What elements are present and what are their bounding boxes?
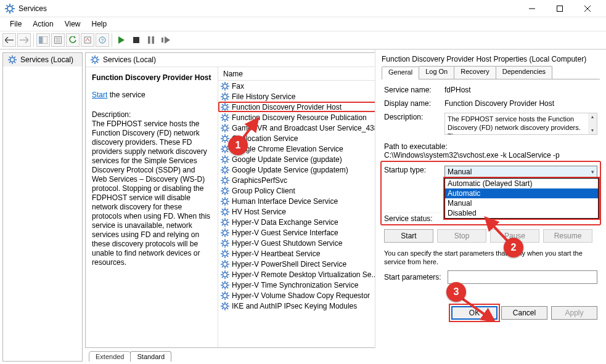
startup-type-value: Manual	[448, 168, 472, 176]
tab-recovery[interactable]: Recovery	[454, 66, 496, 79]
start-button[interactable]: Start	[384, 229, 433, 243]
gear-icon	[221, 260, 229, 269]
svg-line-26	[244, 119, 258, 137]
gear-icon	[221, 155, 229, 164]
service-name: Function Discovery Provider Host	[232, 103, 342, 111]
menu-help[interactable]: Help	[87, 18, 112, 30]
svg-rect-24	[152, 36, 155, 44]
svg-rect-10	[557, 6, 562, 11]
opt-auto-delayed[interactable]: Automatic (Delayed Start)	[445, 179, 598, 188]
tab-general[interactable]: General	[382, 67, 419, 79]
tab-logon[interactable]: Log On	[419, 66, 454, 79]
tab-extended[interactable]: Extended	[89, 351, 131, 362]
toolbar-refresh-button[interactable]	[66, 33, 80, 47]
svg-rect-23	[148, 36, 150, 44]
description-scrollbar[interactable]: ▴▾	[588, 113, 597, 134]
svg-rect-14	[43, 36, 47, 44]
svg-text:?: ?	[101, 38, 104, 43]
toolbar-properties-button[interactable]	[51, 33, 65, 47]
dialog-title: Function Discovery Provider Host Propert…	[382, 54, 600, 66]
gear-icon	[221, 281, 229, 289]
gear-icon	[221, 197, 229, 206]
service-name: HV Host Service	[232, 208, 286, 216]
start-service-link[interactable]: Start	[92, 91, 107, 99]
chevron-down-icon: ▾	[591, 169, 594, 175]
gear-icon	[221, 291, 229, 300]
description-label: Description:	[92, 110, 211, 119]
toolbar-back-button[interactable]	[2, 33, 16, 47]
svg-rect-22	[133, 37, 139, 43]
gear-icon	[221, 103, 229, 111]
window-title: Services	[18, 4, 47, 13]
toolbar-stop-service-button[interactable]	[129, 33, 143, 47]
app-icon	[5, 4, 15, 14]
gear-icon	[221, 239, 229, 248]
selected-service-title: Function Discovery Provider Host	[92, 73, 211, 82]
annotation-2: 2	[504, 238, 523, 257]
opt-manual[interactable]: Manual	[445, 198, 598, 208]
gear-icon	[221, 176, 229, 185]
opt-disabled[interactable]: Disabled	[445, 208, 598, 218]
menu-view[interactable]: View	[60, 18, 86, 30]
display-name-label: Display name:	[384, 99, 444, 108]
startup-type-dropdown[interactable]: Automatic (Delayed Start) Automatic Manu…	[444, 178, 599, 219]
toolbar-forward-button[interactable]	[17, 33, 31, 47]
gear-icon	[221, 270, 229, 279]
svg-rect-25	[162, 38, 163, 42]
annotation-3: 3	[446, 282, 466, 302]
service-name: Hyper-V Volume Shadow Copy Requestor	[232, 291, 370, 300]
path-label: Path to executable:	[384, 142, 597, 151]
stop-button: Stop	[437, 229, 486, 243]
gear-icon	[221, 82, 229, 91]
service-name: Hyper-V Heartbeat Service	[232, 249, 320, 258]
title-bar: Services	[0, 0, 606, 17]
gear-icon	[221, 166, 229, 174]
gear-icon	[221, 218, 229, 227]
gear-icon	[221, 249, 229, 258]
nav-tree: Services (Local)	[2, 52, 83, 362]
toolbar-view-button[interactable]	[36, 33, 50, 47]
toolbar-start-service-button[interactable]	[115, 33, 128, 47]
nav-services-local[interactable]: Services (Local)	[3, 53, 82, 67]
toolbar-export-button[interactable]	[81, 33, 94, 47]
opt-automatic[interactable]: Automatic	[445, 188, 598, 198]
minimize-button[interactable]	[518, 0, 546, 17]
svg-line-28	[462, 299, 494, 321]
view-tabs: Extended Standard	[85, 348, 604, 362]
service-name: Hyper-V Guest Shutdown Service	[232, 239, 342, 248]
cancel-button[interactable]: Cancel	[501, 306, 547, 320]
hint-text: You can specify the start parameters tha…	[384, 249, 597, 267]
start-parameters-label: Start parameters:	[384, 273, 441, 281]
column-name[interactable]: Name	[223, 70, 243, 78]
service-name: Hyper-V Data Exchange Service	[232, 218, 338, 227]
toolbar-pause-service-button[interactable]	[144, 33, 158, 47]
tab-standard[interactable]: Standard	[130, 351, 171, 362]
svg-line-27	[486, 218, 509, 242]
service-name: IKE and AuthIP IPsec Keying Modules	[232, 302, 357, 310]
services-icon	[8, 55, 17, 64]
service-name-label: Service name:	[384, 86, 444, 94]
service-name: Google Update Service (gupdatem)	[232, 166, 348, 174]
service-name-value: fdPHost	[444, 86, 597, 94]
tab-dependencies[interactable]: Dependencies	[496, 66, 552, 79]
toolbar-help-button[interactable]: ?	[96, 33, 109, 47]
display-name-value: Function Discovery Provider Host	[444, 99, 597, 108]
path-value: C:\Windows\system32\svchost.exe -k Local…	[384, 151, 597, 160]
gear-icon	[221, 208, 229, 216]
service-name: GraphicsPerfSvc	[232, 176, 287, 185]
service-name: Fax	[232, 82, 244, 91]
startup-type-select[interactable]: Manual ▾	[444, 166, 597, 178]
services-icon	[91, 55, 99, 64]
menu-file[interactable]: File	[5, 18, 27, 30]
toolbar-restart-service-button[interactable]	[159, 33, 173, 47]
apply-button: Apply	[551, 306, 597, 320]
description-box[interactable]: The FDPHOST service hosts the Function D…	[444, 113, 597, 135]
close-button[interactable]	[573, 0, 601, 17]
maximize-button[interactable]	[546, 0, 573, 17]
toolbar: ?	[0, 31, 606, 49]
menu-bar: File Action View Help	[0, 17, 606, 31]
menu-action[interactable]: Action	[28, 18, 58, 30]
start-parameters-input[interactable]	[448, 270, 597, 284]
service-status-label: Service status:	[384, 214, 444, 223]
dialog-tabs: General Log On Recovery Dependencies	[382, 66, 600, 79]
